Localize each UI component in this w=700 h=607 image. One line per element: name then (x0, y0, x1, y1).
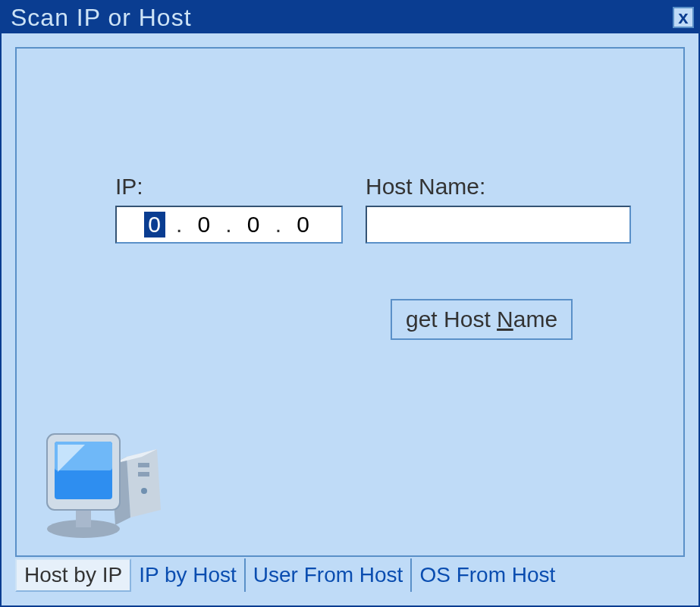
svg-point-5 (141, 488, 147, 494)
svg-rect-3 (138, 463, 149, 467)
svg-rect-4 (138, 472, 149, 476)
tab-os-from-host[interactable]: OS From Host (412, 558, 563, 592)
tab-ip-by-host[interactable]: IP by Host (131, 558, 246, 592)
hostname-input[interactable] (366, 206, 631, 244)
titlebar: Scan IP or Host x (2, 2, 698, 33)
form-area: IP: 0 . 0 . 0 . 0 Host Name: (115, 174, 638, 244)
content-wrapper: IP: 0 . 0 . 0 . 0 Host Name: (2, 33, 698, 605)
close-button[interactable]: x (673, 7, 694, 28)
ip-field-group: IP: 0 . 0 . 0 . 0 (115, 174, 343, 244)
ip-dot: . (265, 212, 293, 237)
button-row: get Host Name (391, 299, 573, 340)
hostname-label: Host Name: (366, 174, 631, 200)
ip-label: IP: (115, 174, 343, 200)
ip-dot: . (215, 212, 243, 237)
ip-octet-4[interactable]: 0 (293, 212, 314, 237)
ip-input[interactable]: 0 . 0 . 0 . 0 (115, 206, 343, 244)
window-title: Scan IP or Host (11, 4, 192, 32)
scan-ip-window: Scan IP or Host x IP: 0 . 0 . 0 . 0 (0, 0, 700, 607)
tab-host-by-ip[interactable]: Host by IP (15, 558, 131, 592)
get-hostname-button[interactable]: get Host Name (391, 299, 573, 340)
bottom-tabs: Host by IP IP by Host User From Host OS … (15, 558, 685, 592)
close-icon: x (678, 9, 688, 26)
main-panel: IP: 0 . 0 . 0 . 0 Host Name: (15, 47, 685, 557)
ip-octet-2[interactable]: 0 (193, 212, 215, 237)
svg-rect-7 (76, 508, 91, 527)
ip-octet-3[interactable]: 0 (243, 212, 265, 237)
tab-user-from-host[interactable]: User From Host (246, 558, 413, 592)
ip-dot: . (165, 212, 193, 237)
hostname-field-group: Host Name: (366, 174, 631, 244)
svg-marker-0 (127, 449, 161, 517)
computer-icon (32, 419, 176, 540)
ip-octet-1[interactable]: 0 (144, 212, 165, 237)
